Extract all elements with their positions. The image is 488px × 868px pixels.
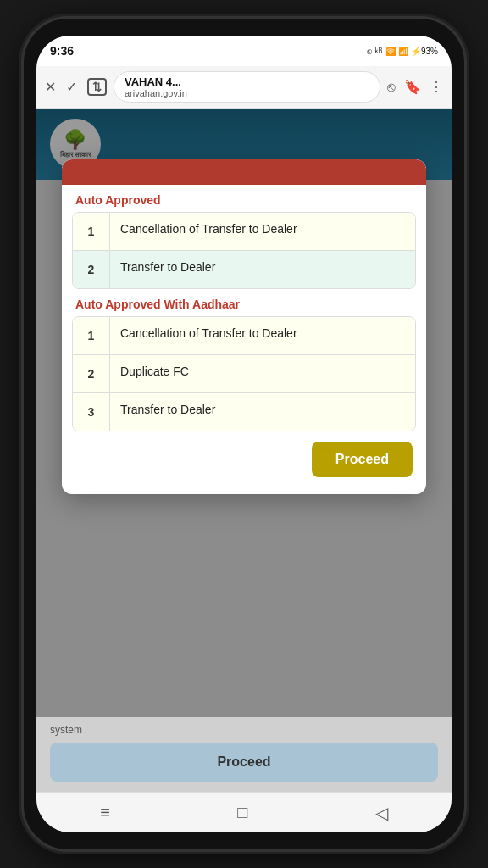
- page-title: VAHAN 4...: [125, 75, 187, 88]
- section2-table: 1 Cancellation of Transfer to Dealer 2 D…: [72, 316, 416, 431]
- table-row: 2 Transfer to Dealer: [73, 251, 415, 288]
- browser-nav: ✕ ✓ ⇅: [45, 78, 107, 96]
- signal-icon: 📶: [398, 47, 408, 56]
- bluetooth-icon: ⎋: [367, 47, 372, 56]
- browser-actions: ⎋ 🔖 ⋮: [387, 79, 443, 95]
- section1-table: 1 Cancellation of Transfer to Dealer 2 T…: [72, 212, 416, 289]
- wifi-icon: 🛜: [385, 47, 396, 56]
- hamburger-icon[interactable]: ≡: [100, 803, 110, 822]
- proceed-button[interactable]: Proceed: [312, 442, 413, 477]
- modal-overlay: Auto Approved 1 Cancellation of Transfer…: [36, 108, 452, 717]
- modal-card: Auto Approved 1 Cancellation of Transfer…: [62, 159, 426, 494]
- status-bar: 9:36 ⎋ ㎅ 🛜 📶 ⚡93%: [36, 36, 452, 66]
- bookmark-icon[interactable]: 🔖: [404, 79, 421, 95]
- row-num: 1: [73, 213, 110, 250]
- status-icons: ⎋ ㎅ 🛜 📶 ⚡93%: [367, 45, 438, 57]
- row-num: 2: [73, 251, 110, 288]
- modal-header: [62, 159, 426, 185]
- section2-label: Auto Approved With Aadhaar: [62, 289, 426, 316]
- row-num: 2: [73, 355, 110, 392]
- status-time: 9:36: [50, 44, 74, 58]
- browser-bar: ✕ ✓ ⇅ VAHAN 4... arivahan.gov.in ⎋ 🔖 ⋮: [36, 66, 452, 108]
- table-row: 1 Cancellation of Transfer to Dealer: [73, 213, 415, 251]
- more-icon[interactable]: ⋮: [430, 79, 443, 95]
- bottom-area: system Proceed: [36, 717, 452, 792]
- home-icon[interactable]: □: [237, 803, 247, 822]
- content-area: 🌳 बिहार सरकार Auto Approved 1: [36, 108, 452, 717]
- section1-label: Auto Approved: [62, 185, 426, 212]
- table-row: 2 Duplicate FC: [73, 355, 415, 393]
- url-bar[interactable]: VAHAN 4... arivahan.gov.in: [114, 71, 380, 103]
- table-row: 1 Cancellation of Transfer to Dealer: [73, 317, 415, 355]
- proceed-row: Proceed: [62, 431, 426, 481]
- nav-bar: ≡ □ ◁: [36, 792, 452, 832]
- system-text: system: [50, 724, 438, 736]
- close-icon[interactable]: ✕: [45, 79, 56, 95]
- modal-body: Auto Approved 1 Cancellation of Transfer…: [62, 185, 426, 494]
- row-text: Duplicate FC: [110, 355, 415, 392]
- share-icon[interactable]: ⎋: [387, 80, 396, 95]
- tabs-icon[interactable]: ⇅: [87, 78, 107, 96]
- row-num: 3: [73, 393, 110, 431]
- row-text: Transfer to Dealer: [110, 251, 415, 288]
- data-icon: ㎅: [374, 45, 383, 57]
- back-icon[interactable]: ◁: [375, 803, 388, 823]
- table-row: 3 Transfer to Dealer: [73, 393, 415, 431]
- row-text: Cancellation of Transfer to Dealer: [110, 317, 415, 354]
- bottom-proceed-button[interactable]: Proceed: [50, 743, 438, 782]
- url-domain: arivahan.gov.in: [125, 88, 187, 98]
- battery-icon: ⚡93%: [411, 47, 438, 56]
- row-text: Transfer to Dealer: [110, 393, 415, 431]
- row-num: 1: [73, 317, 110, 354]
- chevron-down-icon[interactable]: ✓: [66, 79, 77, 95]
- row-text: Cancellation of Transfer to Dealer: [110, 213, 415, 250]
